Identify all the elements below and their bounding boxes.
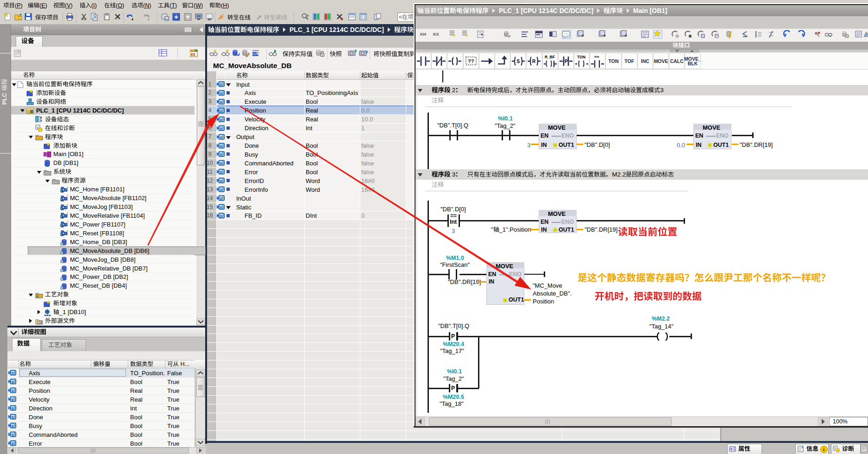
svg-text:0: 0	[12, 406, 13, 410]
svg-text:0: 0	[220, 126, 222, 130]
svg-text:0: 0	[220, 152, 222, 157]
svg-text:0: 0	[220, 205, 222, 209]
svg-text:0: 0	[220, 91, 222, 95]
svg-text:0: 0	[220, 161, 222, 165]
svg-text:0: 0	[220, 170, 222, 174]
svg-text:KX: KX	[433, 32, 439, 37]
svg-text:0: 0	[220, 108, 222, 113]
svg-text:0: 0	[220, 100, 222, 104]
svg-text:R: R	[532, 59, 536, 64]
svg-text:0: 0	[12, 397, 13, 402]
svg-text:0: 0	[12, 433, 13, 437]
svg-text:P: P	[565, 59, 568, 64]
svg-text:01: 01	[165, 18, 169, 20]
svg-text:0: 0	[220, 196, 222, 201]
svg-text:TON: TON	[577, 55, 585, 59]
svg-text:0: 0	[12, 389, 13, 393]
svg-text:0: 0	[220, 117, 222, 121]
svg-text:0: 0	[220, 214, 222, 218]
svg-text:0: 0	[220, 82, 222, 87]
svg-text:0: 0	[220, 179, 222, 183]
svg-text:0: 0	[220, 188, 222, 192]
svg-text:i: i	[823, 447, 824, 452]
svg-text:0: 0	[12, 424, 13, 428]
svg-text:0: 0	[220, 135, 222, 139]
svg-text:0: 0	[12, 441, 13, 446]
svg-text:KH: KH	[420, 32, 426, 37]
svg-text:0: 0	[12, 380, 13, 384]
svg-text:?: ?	[307, 14, 309, 18]
svg-text:==: ==	[594, 55, 599, 59]
svg-text:0: 0	[12, 371, 13, 375]
svg-text:V: V	[834, 447, 837, 450]
svg-text:R_BF: R_BF	[545, 55, 555, 59]
svg-text:??: ??	[468, 58, 474, 64]
svg-text:S: S	[517, 59, 520, 64]
svg-text:0: 0	[12, 415, 13, 419]
svg-text:RT: RT	[208, 18, 212, 21]
svg-text:0: 0	[220, 144, 222, 148]
